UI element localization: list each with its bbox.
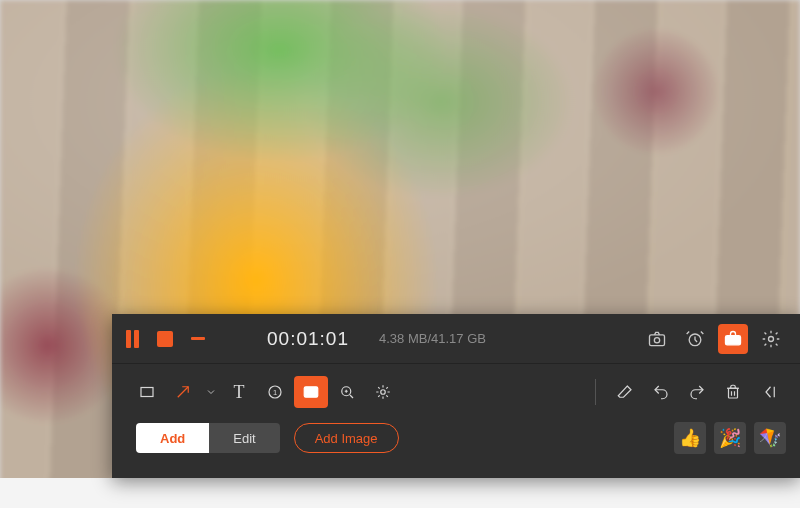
eraser-icon[interactable] — [608, 376, 642, 408]
page-footer-gap — [0, 478, 800, 508]
alarm-clock-icon[interactable] — [680, 324, 710, 354]
add-button[interactable]: Add — [136, 423, 209, 453]
collapse-icon[interactable] — [752, 376, 786, 408]
sticker-tray: 👍 🎉 🪁 — [674, 422, 786, 454]
svg-rect-3 — [726, 335, 741, 344]
arrow-tool-icon[interactable] — [166, 376, 200, 408]
step-number-tool-icon[interactable]: 1 — [258, 376, 292, 408]
gear-icon[interactable] — [756, 324, 786, 354]
minimize-button[interactable] — [191, 337, 205, 340]
svg-point-4 — [769, 336, 774, 341]
toolbox-icon[interactable] — [718, 324, 748, 354]
svg-rect-12 — [729, 388, 738, 398]
recorder-panel: 00:01:01 4.38 MB/41.17 GB T 1 — [112, 314, 800, 478]
camera-icon[interactable] — [642, 324, 672, 354]
svg-rect-0 — [650, 334, 665, 345]
trash-icon[interactable] — [716, 376, 750, 408]
stop-button[interactable] — [157, 331, 173, 347]
zoom-tool-icon[interactable] — [330, 376, 364, 408]
pause-button[interactable] — [122, 326, 143, 352]
svg-rect-5 — [141, 388, 153, 397]
elapsed-time: 00:01:01 — [267, 328, 349, 350]
rectangle-tool-icon[interactable] — [130, 376, 164, 408]
toolbar-separator — [595, 379, 596, 405]
dropdown-chevron-icon[interactable] — [202, 376, 220, 408]
image-tool-icon[interactable] — [294, 376, 328, 408]
sticker-kite[interactable]: 🪁 — [754, 422, 786, 454]
text-tool-icon[interactable]: T — [222, 376, 256, 408]
recorder-topbar: 00:01:01 4.38 MB/41.17 GB — [112, 314, 800, 364]
edit-button[interactable]: Edit — [209, 423, 279, 453]
sticker-thumbs-up[interactable]: 👍 — [674, 422, 706, 454]
storage-usage: 4.38 MB/41.17 GB — [379, 331, 486, 346]
svg-point-1 — [654, 337, 659, 342]
svg-point-11 — [381, 390, 386, 395]
spotlight-tool-icon[interactable] — [366, 376, 400, 408]
sticker-confetti[interactable]: 🎉 — [714, 422, 746, 454]
mode-button-row: Add Edit Add Image 👍 🎉 🪁 — [112, 420, 800, 464]
svg-point-9 — [307, 389, 310, 392]
add-edit-segment: Add Edit — [136, 423, 280, 453]
redo-icon[interactable] — [680, 376, 714, 408]
undo-icon[interactable] — [644, 376, 678, 408]
svg-text:1: 1 — [273, 388, 277, 397]
add-image-button[interactable]: Add Image — [294, 423, 399, 453]
annotation-toolbar: T 1 — [112, 364, 800, 420]
